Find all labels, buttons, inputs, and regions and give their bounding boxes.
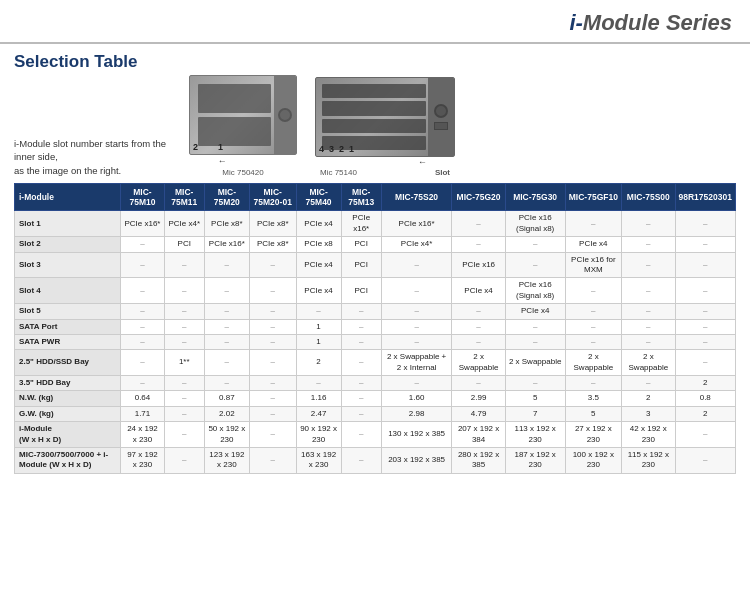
row-label: N.W. (kg) [15, 391, 121, 406]
row-label: MIC-7300/7500/7000 + i-Module (W x H x D… [15, 448, 121, 474]
col-header-75s00: MIC-75S00 [622, 184, 675, 211]
table-row: Slot 5––––––––PCIe x4––– [15, 304, 736, 319]
table-cell: – [341, 422, 381, 448]
table-cell: – [565, 211, 622, 237]
table-cell: – [204, 350, 249, 376]
col-header-75m11: MIC-75M11 [164, 184, 204, 211]
table-row: Slot 2–PCIPCIe x16*PCIe x8*PCIe x8PCIPCI… [15, 237, 736, 252]
table-cell: – [565, 278, 622, 304]
table-cell: – [164, 448, 204, 474]
table-cell: – [164, 391, 204, 406]
table-cell: 4.79 [452, 406, 505, 421]
table-cell: 50 x 192 x 230 [204, 422, 249, 448]
row-label: Slot 5 [15, 304, 121, 319]
table-row: SATA PWR––––1––––––– [15, 334, 736, 349]
table-cell: – [249, 391, 296, 406]
table-cell: – [249, 350, 296, 376]
table-cell: PCIe x16* [381, 211, 452, 237]
table-cell: – [121, 334, 164, 349]
table-cell: PCIe x16 (Signal x8) [505, 278, 565, 304]
table-cell: 5 [505, 391, 565, 406]
selection-table: i-Module MIC-75M10 MIC-75M11 MIC-75M20 M… [14, 183, 736, 474]
row-label: Slot 4 [15, 278, 121, 304]
table-cell: 123 x 192 x 230 [204, 448, 249, 474]
table-row: 3.5" HDD Bay–––––––––––2 [15, 376, 736, 391]
table-cell: – [675, 422, 736, 448]
table-cell: – [381, 319, 452, 334]
table-cell: 2 x Swappable [565, 350, 622, 376]
col-header-75m10: MIC-75M10 [121, 184, 164, 211]
table-cell: – [121, 252, 164, 278]
col-header-75m40: MIC-75M40 [296, 184, 341, 211]
table-cell: – [505, 319, 565, 334]
table-cell: – [505, 376, 565, 391]
table-cell: 113 x 192 x 230 [505, 422, 565, 448]
header: i-Module Series [0, 0, 750, 44]
table-cell: – [249, 422, 296, 448]
table-cell: – [622, 237, 675, 252]
table-cell: – [565, 304, 622, 319]
table-cell: – [164, 406, 204, 421]
table-cell: PCIe x16 for MXM [565, 252, 622, 278]
row-label: 3.5" HDD Bay [15, 376, 121, 391]
table-cell: 130 x 192 x 385 [381, 422, 452, 448]
table-cell: – [341, 406, 381, 421]
table-cell: 2 x Swappable [505, 350, 565, 376]
col-header-75g20: MIC-75G20 [452, 184, 505, 211]
table-cell: 203 x 192 x 385 [381, 448, 452, 474]
table-row: Slot 4––––PCIe x4PCI–PCIe x4PCIe x16 (Si… [15, 278, 736, 304]
table-cell: – [121, 278, 164, 304]
table-cell: – [164, 376, 204, 391]
table-cell: – [249, 406, 296, 421]
table-cell: – [341, 350, 381, 376]
table-cell: 2 x Swappable + 2 x Internal [381, 350, 452, 376]
table-cell: PCIe x16* [341, 211, 381, 237]
table-cell: – [121, 376, 164, 391]
table-cell: PCI [341, 252, 381, 278]
table-row: Slot 3––––PCIe x4PCI–PCIe x16–PCIe x16 f… [15, 252, 736, 278]
table-cell: – [164, 422, 204, 448]
table-cell: – [381, 334, 452, 349]
table-cell: 1** [164, 350, 204, 376]
table-cell: – [452, 376, 505, 391]
selection-description: i-Module slot number starts from the inn… [14, 137, 169, 177]
table-cell: 2 [675, 376, 736, 391]
diagram1-label: Mic 750420 [189, 168, 297, 177]
table-cell: PCIe x4 [452, 278, 505, 304]
table-cell: – [622, 278, 675, 304]
table-cell: – [565, 319, 622, 334]
col-header-75m20-01: MIC-75M20-01 [249, 184, 296, 211]
table-cell: PCIe x8* [249, 211, 296, 237]
table-row: 2.5" HDD/SSD Bay–1**––2–2 x Swappable + … [15, 350, 736, 376]
table-cell: – [505, 252, 565, 278]
table-cell: PCI [341, 278, 381, 304]
diagram1: 2 1 ← Mic 750420 [189, 75, 297, 177]
header-title: i-Module Series [569, 10, 732, 35]
table-cell: 2.47 [296, 406, 341, 421]
table-cell: PCIe x16 [452, 252, 505, 278]
col-header-75m13: MIC-75M13 [341, 184, 381, 211]
table-cell: – [249, 376, 296, 391]
table-cell: 0.87 [204, 391, 249, 406]
table-cell: – [249, 252, 296, 278]
table-row: MIC-7300/7500/7000 + i-Module (W x H x D… [15, 448, 736, 474]
table-cell: – [565, 376, 622, 391]
table-cell: – [249, 304, 296, 319]
table-cell: 0.64 [121, 391, 164, 406]
table-cell: – [675, 448, 736, 474]
table-cell: – [121, 350, 164, 376]
table-cell: – [204, 278, 249, 304]
table-cell: 1 [296, 334, 341, 349]
table-row: G.W. (kg)1.71–2.02–2.47–2.984.797532 [15, 406, 736, 421]
table-cell: 3 [622, 406, 675, 421]
table-cell: – [622, 252, 675, 278]
table-cell: PCIe x16* [121, 211, 164, 237]
table-cell: – [204, 304, 249, 319]
table-cell: 2.99 [452, 391, 505, 406]
diagram2-label: Mic 75140 [320, 168, 357, 177]
row-label: 2.5" HDD/SSD Bay [15, 350, 121, 376]
table-cell: – [452, 237, 505, 252]
table-cell: 2.98 [381, 406, 452, 421]
table-cell: 27 x 192 x 230 [565, 422, 622, 448]
table-cell: – [164, 278, 204, 304]
